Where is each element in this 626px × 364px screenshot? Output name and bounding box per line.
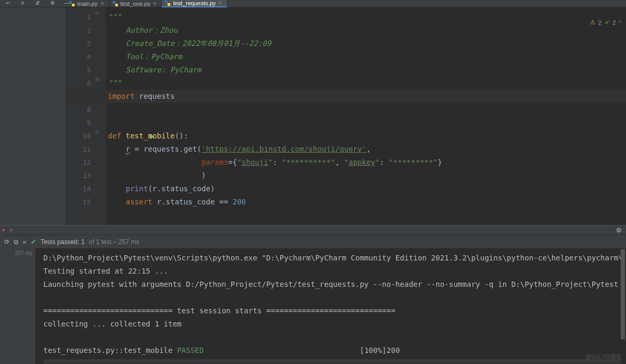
close-icon[interactable]: ✕	[9, 228, 13, 233]
expand-icon[interactable]: »	[23, 238, 26, 246]
tab-main-py[interactable]: main.py ✕	[66, 0, 109, 7]
console-output[interactable]: D:\Python_Project\Pytest\venv\Scripts\py…	[36, 248, 626, 364]
python-file-icon	[165, 1, 170, 6]
check-icon: ✔	[605, 19, 610, 26]
tab-label: test_requests.py	[173, 0, 216, 6]
tab-test-one-py[interactable]: test_one.py ✕	[109, 0, 162, 7]
warning-count: 2	[599, 20, 602, 26]
watermark: @51CTO博客	[586, 353, 622, 361]
test-duration: 257 ms	[15, 250, 32, 256]
source-code[interactable]: """ Author：Zhou Create_Date：2022年08月01月-…	[106, 7, 626, 225]
chevron-up-icon[interactable]: ^	[619, 20, 622, 26]
ok-count: 2	[613, 20, 616, 26]
tests-total-label: of 1 test – 257 ms	[89, 238, 139, 246]
run-config-tab[interactable]: ▾ ✕	[2, 227, 13, 233]
analytics-icon[interactable]: ⧉	[14, 238, 19, 246]
editor-tabs: main.py ✕ test_one.py ✕ test_requests.py…	[0, 0, 626, 7]
project-sidebar[interactable]	[0, 7, 66, 225]
inspection-widget[interactable]: ⚠ 2 ✔ 2 ^	[590, 19, 622, 26]
fold-column: ⊟ ⊟ ⊟	[95, 7, 106, 225]
fold-marker-icon[interactable]: ⊟	[95, 11, 99, 16]
svg-rect-4	[165, 1, 168, 3]
gear-icon[interactable]: ✲	[49, 0, 56, 6]
svg-rect-5	[168, 3, 170, 6]
horizontal-scrollbar[interactable]	[43, 359, 621, 363]
close-icon[interactable]: ✕	[218, 1, 223, 6]
gear-icon[interactable]: ⚙	[616, 227, 622, 234]
test-icon: ▾	[2, 227, 5, 233]
tests-passed-label: Tests passed: 1	[41, 238, 85, 246]
collapse-icon[interactable]: ⇵	[34, 0, 41, 6]
close-icon[interactable]: ✕	[100, 1, 105, 6]
tab-label: test_one.py	[121, 1, 151, 7]
line-gutter: 1 2 3 4 5 6 7 8 9 10 11 12 13 14 15	[66, 7, 95, 225]
close-icon[interactable]: ✕	[153, 1, 157, 6]
python-file-icon	[69, 1, 75, 6]
fold-marker-icon[interactable]: ⊟	[95, 77, 99, 82]
vertical-scrollbar[interactable]	[621, 249, 625, 339]
warning-icon: ⚠	[590, 19, 595, 26]
svg-rect-2	[113, 1, 115, 4]
fold-marker-icon[interactable]: ⊟	[95, 129, 99, 135]
list-icon[interactable]: ≡	[19, 0, 26, 6]
svg-rect-1	[72, 4, 75, 6]
run-tool-window: ▾ ✕ ⚙ ⟳ ⧉ » ✔ Tests passed: 1 of 1 test …	[0, 225, 626, 364]
test-status-bar: ⟳ ⧉ » ✔ Tests passed: 1 of 1 test – 257 …	[0, 235, 626, 248]
back-icon[interactable]: ↩	[4, 0, 12, 6]
tab-label: main.py	[77, 1, 98, 7]
history-icon[interactable]: ⟳	[4, 238, 10, 246]
python-file-icon	[113, 1, 118, 6]
editor: 1 2 3 4 5 6 7 8 9 10 11 12 13 14 15 ⊟ ⊟ …	[66, 7, 626, 225]
test-tree[interactable]: 257 ms	[0, 248, 36, 364]
svg-rect-0	[69, 1, 72, 4]
tab-test-requests-py[interactable]: test_requests.py ✕	[162, 0, 227, 7]
check-icon: ✔	[31, 238, 36, 246]
svg-rect-3	[115, 4, 118, 6]
